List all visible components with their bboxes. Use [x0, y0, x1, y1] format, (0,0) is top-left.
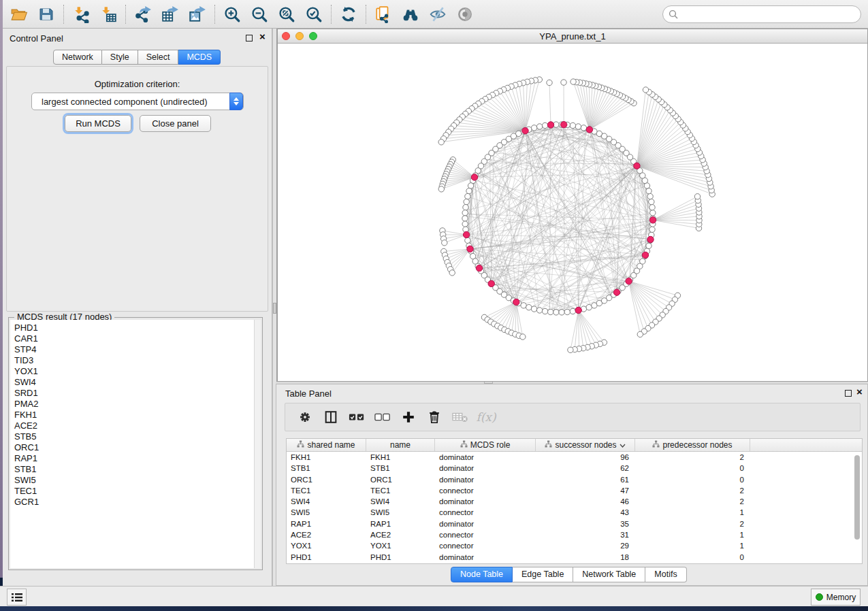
mcds-result-item[interactable]: SWI4 — [14, 377, 254, 388]
graph-node[interactable] — [526, 305, 532, 310]
zoom-out-button[interactable] — [246, 3, 273, 25]
export-table-button[interactable] — [157, 3, 184, 25]
graph-node[interactable] — [464, 199, 469, 204]
tab-mcds[interactable]: MCDS — [178, 50, 221, 65]
graph-node[interactable] — [536, 308, 542, 313]
zoom-fit-button[interactable] — [273, 3, 300, 25]
delete-table-button[interactable] — [447, 406, 473, 429]
tab-edge-table[interactable]: Edge Table — [513, 567, 573, 582]
mcds-hub-node[interactable] — [647, 236, 654, 242]
graph-node[interactable] — [649, 199, 654, 204]
graph-leaf-node[interactable] — [438, 186, 444, 192]
mcds-result-item[interactable]: TEC1 — [14, 486, 254, 497]
tab-motifs[interactable]: Motifs — [645, 567, 686, 582]
graph-node[interactable] — [559, 310, 564, 315]
mcds-hub-node[interactable] — [642, 252, 648, 258]
tab-select[interactable]: Select — [138, 50, 179, 65]
zoom-selected-button[interactable] — [300, 3, 327, 25]
graph-node[interactable] — [564, 309, 570, 314]
column-header-mcds-role[interactable]: MCDS role — [435, 439, 536, 451]
mcds-hub-node[interactable] — [476, 265, 482, 271]
tab-style[interactable]: Style — [102, 50, 138, 65]
find-button[interactable] — [397, 3, 424, 25]
table-row[interactable]: ACE2ACE2connector311 — [287, 529, 862, 540]
graph-leaf-node[interactable] — [694, 194, 700, 199]
graph-node[interactable] — [536, 124, 542, 129]
graph-node[interactable] — [586, 305, 592, 310]
show-panels-menu-button[interactable] — [7, 589, 27, 606]
graph-leaf-node[interactable] — [637, 331, 643, 337]
graph-node[interactable] — [647, 193, 653, 199]
graph-node[interactable] — [542, 122, 547, 128]
graph-node[interactable] — [570, 122, 575, 128]
mcds-hub-node[interactable] — [463, 231, 469, 237]
optimization-criterion-select[interactable]: largest connected component (undirected) — [31, 93, 244, 110]
graph-node[interactable] — [649, 205, 655, 210]
table-scrollbar-thumb[interactable] — [854, 455, 860, 540]
graph-node[interactable] — [462, 216, 468, 221]
graph-node[interactable] — [468, 183, 473, 188]
export-image-button[interactable] — [184, 3, 211, 25]
graph-leaf-node[interactable] — [643, 87, 648, 93]
export-network-button[interactable] — [129, 3, 157, 25]
mcds-hub-node[interactable] — [575, 307, 581, 313]
graph-leaf-node[interactable] — [568, 347, 573, 352]
graph-node[interactable] — [542, 308, 547, 314]
graph-node[interactable] — [575, 124, 581, 129]
mcds-result-item[interactable]: STP4 — [14, 344, 254, 355]
graph-node[interactable] — [553, 310, 559, 315]
float-panel-icon[interactable] — [246, 35, 253, 42]
table-row[interactable]: ORC1ORC1dominator610 — [287, 474, 862, 485]
mcds-hub-node[interactable] — [522, 128, 528, 134]
table-row[interactable]: YOX1YOX1connector291 — [287, 540, 862, 551]
tab-node-table[interactable]: Node Table — [451, 567, 513, 582]
column-header-shared-name[interactable]: shared name — [287, 439, 366, 451]
memory-button[interactable]: Memory — [811, 589, 861, 606]
mcds-result-item[interactable]: GCR1 — [14, 497, 254, 508]
graph-node[interactable] — [649, 227, 655, 232]
save-session-button[interactable] — [33, 3, 60, 25]
select-all-button[interactable] — [344, 406, 370, 429]
graph-node[interactable] — [581, 125, 586, 131]
graph-leaf-node[interactable] — [547, 80, 552, 85]
mcds-result-item[interactable]: YOX1 — [14, 366, 254, 377]
mcds-result-item[interactable]: FKH1 — [14, 410, 254, 420]
function-builder-button[interactable]: f(x) — [473, 406, 499, 429]
show-all-button[interactable] — [451, 3, 479, 25]
mcds-hub-node[interactable] — [586, 127, 592, 133]
mcds-result-item[interactable]: ORC1 — [14, 442, 254, 453]
graph-leaf-node[interactable] — [520, 334, 526, 340]
column-header-successor-nodes[interactable]: successor nodes — [536, 439, 635, 451]
graph-node[interactable] — [465, 193, 470, 199]
table-row[interactable]: PHD1PHD1dominator180 — [287, 552, 862, 563]
graph-node[interactable] — [548, 309, 553, 314]
mcds-result-item[interactable]: TID3 — [14, 355, 254, 366]
zoom-in-button[interactable] — [219, 3, 246, 25]
mcds-hub-node[interactable] — [471, 174, 477, 180]
mcds-result-item[interactable]: CAR1 — [14, 333, 254, 344]
mcds-result-item[interactable]: SRD1 — [14, 388, 254, 399]
mcds-list-scrollbar[interactable] — [254, 320, 261, 568]
apply-layout-button[interactable] — [335, 3, 362, 25]
mcds-result-item[interactable]: PMA2 — [14, 399, 254, 410]
graph-node[interactable] — [462, 221, 468, 227]
mcds-result-item[interactable]: PHD1 — [14, 323, 254, 333]
mcds-result-item[interactable]: SWI5 — [14, 475, 254, 486]
mcds-result-item[interactable]: ACE2 — [14, 420, 254, 431]
mcds-hub-node[interactable] — [513, 299, 519, 305]
mcds-hub-node[interactable] — [626, 278, 632, 284]
mcds-hub-node[interactable] — [613, 289, 620, 295]
import-network-button[interactable] — [67, 3, 95, 25]
mcds-result-item[interactable]: RAP1 — [14, 453, 254, 464]
graph-node[interactable] — [650, 210, 656, 216]
table-row[interactable]: RAP1RAP1dominator352 — [287, 518, 862, 529]
add-row-button[interactable] — [396, 406, 421, 429]
graph-leaf-node[interactable] — [442, 240, 447, 246]
close-panel-icon[interactable]: × — [259, 33, 266, 40]
graph-node[interactable] — [531, 125, 536, 131]
graph-node[interactable] — [466, 188, 472, 194]
table-options-button[interactable] — [292, 406, 318, 429]
float-panel-icon[interactable] — [845, 390, 852, 397]
mcds-result-item[interactable]: STB1 — [14, 464, 254, 475]
table-row[interactable]: STB1STB1dominator620 — [287, 463, 862, 474]
